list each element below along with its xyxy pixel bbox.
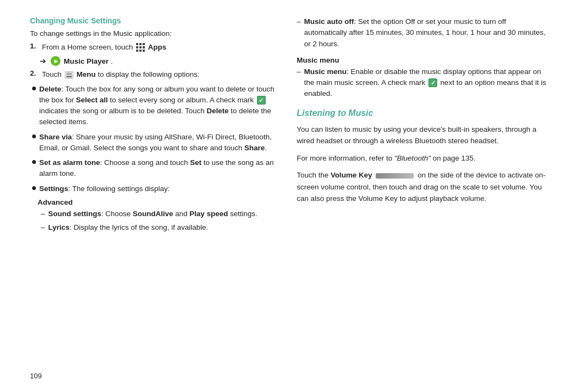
bullet-list: Delete: Touch the box for any song or al… (32, 84, 280, 194)
music-menu-list: – Music menu: Enable or disable the musi… (297, 66, 547, 100)
apps-icon (136, 43, 145, 52)
dash-symbol-menu: – (297, 66, 301, 100)
bullet-delete: Delete: Touch the box for any song or al… (32, 84, 280, 128)
step-2-number: 2. (30, 69, 39, 77)
dash-lyrics-content: Lyrics: Display the lyrics of the song, … (48, 222, 209, 233)
step-2: 2. Touch Menu to display the following o… (30, 69, 280, 80)
bullet-dot-alarm (32, 160, 36, 164)
music-player-icon (51, 56, 60, 66)
menu-label: Menu (77, 70, 96, 78)
dash-symbol-auto: – (297, 16, 301, 50)
bullet-share-content: Share via: Share your music by using All… (39, 132, 280, 154)
bullet-dot-settings (32, 186, 36, 190)
menu-text-after: to display the following options: (98, 70, 200, 78)
dash-music-auto-off: – Music auto off: Set the option Off or … (297, 16, 547, 50)
advanced-title: Advanced (38, 198, 280, 206)
step-1: 1. From a Home screen, touch Apps (30, 42, 280, 53)
arrow-icon: ➔ (40, 57, 46, 65)
bullet-alarm-content: Set as alarm tone: Choose a song and tou… (39, 157, 280, 180)
check-icon-2 (428, 78, 437, 87)
step-1-arrow: ➔ Music Player. (40, 56, 280, 66)
left-column: Changing Music Settings To change settin… (30, 16, 280, 376)
dash-sound-content: Sound settings: Choose SoundAlive and Pl… (48, 209, 258, 219)
step-2-content: Touch Menu to display the following opti… (42, 69, 280, 80)
bullet-settings-content: Settings: The following settings display… (39, 183, 280, 194)
music-player-label: Music Player (64, 57, 109, 65)
intro-text: To change settings in the Music applicat… (30, 29, 280, 38)
bullet-share: Share via: Share your music by using All… (32, 132, 280, 154)
music-auto-off-content: Music auto off: Set the option Off or se… (304, 16, 547, 50)
step-1-content: From a Home screen, touch Apps (42, 42, 280, 53)
bullet-settings: Settings: The following settings display… (32, 183, 280, 194)
volume-key-bar (376, 173, 414, 179)
music-period: . (111, 57, 113, 65)
dash-music-menu: – Music menu: Enable or disable the musi… (297, 66, 547, 100)
listening-title: Listening to Music (297, 108, 547, 118)
apps-label: Apps (148, 43, 167, 51)
listening-para3: Touch the Volume Key on the side of the … (297, 169, 547, 205)
page-number: 109 (30, 372, 42, 380)
bullet-dot-share (32, 134, 36, 138)
bullet-dot (32, 87, 36, 90)
listening-para2: For more information, refer to "Bluetoot… (297, 152, 547, 164)
menu-icon (65, 71, 74, 79)
section-title: Changing Music Settings (30, 16, 280, 25)
bullet-delete-content: Delete: Touch the box for any song or al… (39, 84, 280, 128)
music-menu-title: Music menu (297, 56, 547, 64)
dash-lyrics: – Lyrics: Display the lyrics of the song… (41, 222, 280, 233)
right-column: – Music auto off: Set the option Off or … (297, 16, 547, 376)
check-icon (257, 96, 266, 105)
bullet-alarm: Set as alarm tone: Choose a song and tou… (32, 157, 280, 180)
dash-symbol-2: – (41, 222, 45, 233)
step-1-number: 1. (30, 42, 39, 50)
listening-para1: You can listen to music by using your de… (297, 124, 547, 147)
dash-list: – Sound settings: Choose SoundAlive and … (41, 209, 280, 234)
dash-sound-settings: – Sound settings: Choose SoundAlive and … (41, 209, 280, 219)
music-auto-off-list: – Music auto off: Set the option Off or … (297, 16, 547, 50)
dash-symbol: – (41, 209, 45, 219)
music-menu-content: Music menu: Enable or disable the music … (304, 66, 547, 100)
